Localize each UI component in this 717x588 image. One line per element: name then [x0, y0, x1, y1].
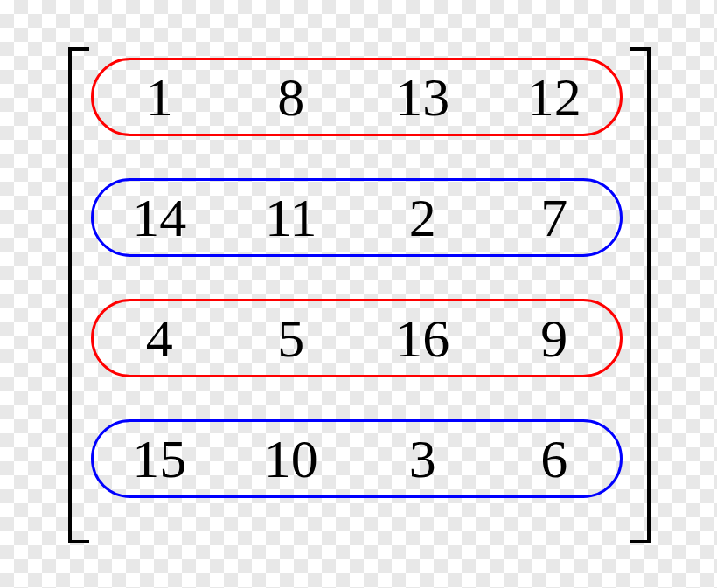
matrix-cell: 9	[489, 311, 621, 365]
left-bracket	[68, 47, 89, 543]
matrix-diagram: 1 8 13 12 14 11 2 7 4 5 16 9 15 10 3 6	[0, 0, 717, 588]
matrix-cell: 7	[489, 190, 621, 245]
matrix-cell: 8	[226, 70, 358, 124]
matrix-cell: 14	[94, 190, 226, 245]
matrix-cell: 13	[357, 70, 489, 124]
matrix-row-4: 15 10 3 6	[91, 419, 623, 498]
matrix-row-3: 4 5 16 9	[91, 299, 623, 377]
matrix-cell: 3	[357, 432, 489, 486]
matrix-cell: 6	[489, 432, 621, 486]
matrix-cell: 4	[94, 311, 226, 365]
matrix-cell: 2	[357, 190, 489, 245]
right-bracket	[630, 47, 651, 543]
matrix-row-2: 14 11 2 7	[91, 178, 623, 257]
matrix-row-1: 1 8 13 12	[91, 58, 623, 136]
matrix-cell: 16	[357, 311, 489, 365]
matrix-cell: 10	[226, 432, 358, 486]
matrix-cell: 15	[94, 432, 226, 486]
matrix-cell: 12	[489, 70, 621, 124]
matrix-cell: 5	[226, 311, 358, 365]
matrix-cell: 11	[226, 190, 358, 245]
matrix-cell: 1	[94, 70, 226, 124]
